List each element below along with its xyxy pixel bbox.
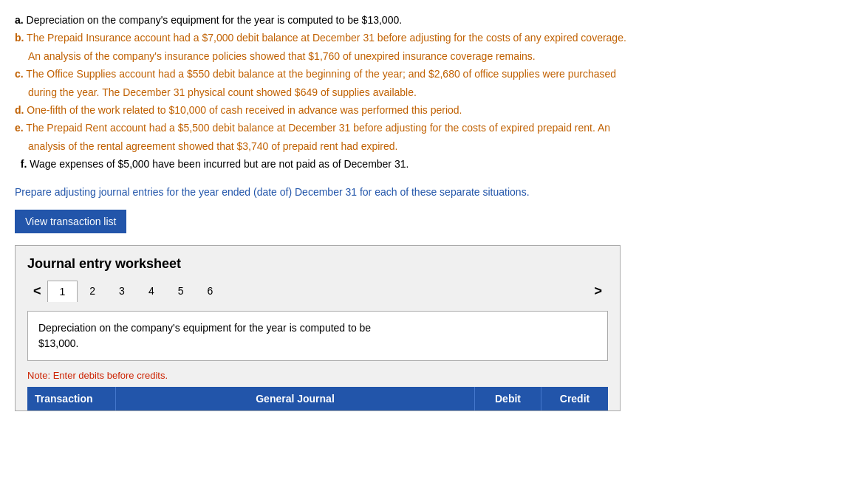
note-text: Note: Enter debits before credits. xyxy=(27,370,608,381)
problem-e-line2: analysis of the rental agreement showed … xyxy=(15,138,853,154)
problem-b-line1: b. The Prepaid Insurance account had a $… xyxy=(15,30,853,46)
description-box: Depreciation on the company's equipment … xyxy=(27,311,608,361)
tab-4[interactable]: 4 xyxy=(137,281,166,301)
prev-arrow[interactable]: < xyxy=(27,281,47,302)
col-header-credit: Credit xyxy=(541,387,608,410)
tab-6[interactable]: 6 xyxy=(196,281,225,301)
problem-e-line1: e. The Prepaid Rent account had a $5,500… xyxy=(15,120,853,136)
problem-b-line2: An analysis of the company's insurance p… xyxy=(15,48,853,64)
description-text: Depreciation on the company's equipment … xyxy=(38,322,371,349)
next-arrow[interactable]: > xyxy=(588,281,608,302)
problem-f: f. Wage expenses of $5,000 have been inc… xyxy=(15,156,853,172)
problem-list: a. Depreciation on the company's equipme… xyxy=(15,12,853,173)
table-header-row: Transaction General Journal Debit Credit xyxy=(27,387,608,410)
problem-c-line2: during the year. The December 31 physica… xyxy=(15,84,853,100)
col-header-general-journal: General Journal xyxy=(116,387,475,410)
tab-row: < 1 2 3 4 5 6 > xyxy=(27,281,608,302)
problem-a: a. Depreciation on the company's equipme… xyxy=(15,12,853,28)
problem-d: d. One-fifth of the work related to $10,… xyxy=(15,102,853,118)
tab-2[interactable]: 2 xyxy=(78,281,107,301)
tab-5[interactable]: 5 xyxy=(166,281,196,301)
instruction-text: Prepare adjusting journal entries for th… xyxy=(15,186,853,198)
col-header-debit: Debit xyxy=(475,387,541,410)
tab-3[interactable]: 3 xyxy=(107,281,137,301)
worksheet-title: Journal entry worksheet xyxy=(27,256,608,272)
col-header-transaction: Transaction xyxy=(27,387,116,410)
worksheet-container: Journal entry worksheet < 1 2 3 4 5 6 > … xyxy=(15,245,621,411)
tab-1[interactable]: 1 xyxy=(47,281,78,302)
view-transaction-button[interactable]: View transaction list xyxy=(15,210,126,233)
problem-c-line1: c. The Office Supplies account had a $55… xyxy=(15,66,853,82)
